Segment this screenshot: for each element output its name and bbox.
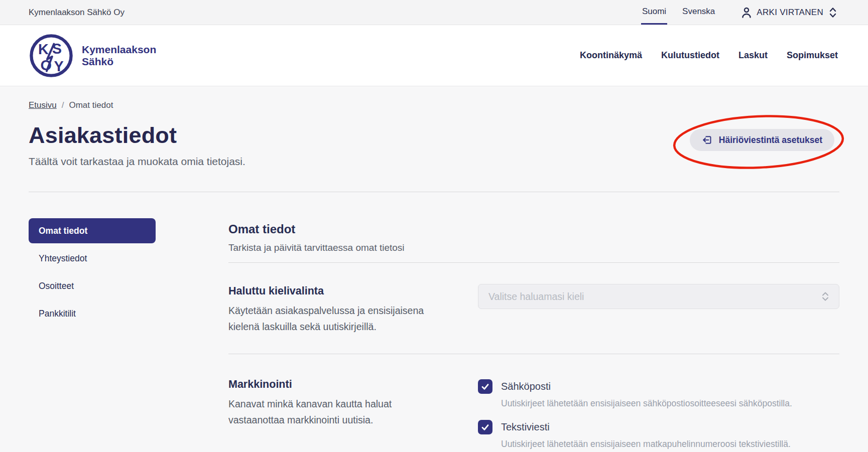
company-name: Kymenlaakson Sähkö Oy: [29, 8, 125, 18]
topbar-right-group: Suomi Svenska ARKI VIRTANEN: [641, 0, 838, 25]
email-option-label: Sähköposti: [501, 381, 551, 392]
sms-option-label: Tekstiviesti: [501, 421, 550, 433]
section-subheading: Tarkista ja päivitä tarvittaessa omat ti…: [228, 242, 839, 253]
settings-sidebar: Omat tiedot Yhteystiedot Osoitteet Pankk…: [29, 218, 156, 452]
breadcrumb-home-link[interactable]: Etusivu: [29, 100, 57, 110]
svg-text:Y: Y: [54, 58, 63, 74]
marketing-option-sms: Tekstiviesti Uutiskirjeet lähetetään ens…: [478, 420, 839, 449]
marketing-row-label: Markkinointi Kanavat minkä kanavan kautt…: [228, 378, 478, 452]
language-switch-swedish[interactable]: Svenska: [681, 0, 716, 25]
language-row-title: Haluttu kielivalinta: [228, 285, 478, 297]
language-row-description: Käytetään asiakaspalvelussa ja ensisijai…: [228, 303, 429, 335]
language-switch-finnish[interactable]: Suomi: [641, 0, 667, 25]
unfold-chevrons-icon: [828, 7, 838, 19]
settings-main-panel: Omat tiedot Tarkista ja päivitä tarvitta…: [228, 218, 839, 452]
content-columns: Omat tiedot Yhteystiedot Osoitteet Pankk…: [29, 218, 839, 452]
disruption-settings-button[interactable]: Häiriöviestintä asetukset: [690, 129, 834, 151]
brand-logo[interactable]: K S O Y Kymenlaakson Sähkö: [29, 33, 156, 78]
nav-item-kulutustiedot[interactable]: Kulutustiedot: [661, 50, 719, 61]
box-arrow-in-left-icon: [702, 135, 712, 145]
sidebar-item-osoitteet[interactable]: Osoitteet: [29, 273, 156, 298]
marketing-row-description: Kanavat minkä kanavan kautta haluat vast…: [228, 396, 429, 428]
disruption-settings-label: Häiriöviestintä asetukset: [719, 135, 822, 145]
page-body: Etusivu / Omat tiedot Asiakastiedot Tääl…: [0, 86, 868, 452]
language-select[interactable]: Valitse haluamasi kieli: [478, 284, 839, 309]
site-header: K S O Y Kymenlaakson Sähkö Koontinäkymä …: [0, 25, 868, 86]
svg-text:K: K: [38, 41, 49, 57]
marketing-row: Markkinointi Kanavat minkä kanavan kautt…: [228, 354, 839, 452]
sidebar-item-yhteystiedot[interactable]: Yhteystiedot: [29, 246, 156, 271]
language-row-label: Haluttu kielivalinta Käytetään asiakaspa…: [228, 285, 478, 335]
marketing-option-email: Sähköposti Uutiskirjeet lähetetään ensis…: [478, 379, 839, 409]
marketing-row-title: Markkinointi: [228, 378, 478, 391]
user-name: ARKI VIRTANEN: [757, 8, 823, 18]
checkmark-icon: [480, 382, 490, 391]
sidebar-item-omat-tiedot[interactable]: Omat tiedot: [29, 218, 156, 243]
language-select-placeholder: Valitse haluamasi kieli: [488, 291, 584, 303]
select-chevrons-icon: [821, 291, 830, 302]
language-preference-row: Haluttu kielivalinta Käytetään asiakaspa…: [228, 263, 839, 354]
breadcrumb-separator: /: [62, 100, 64, 110]
email-option-description: Uutiskirjeet lähetetään ensisijaiseen sä…: [501, 398, 839, 409]
ksoy-logo-icon: K S O Y: [29, 33, 74, 78]
breadcrumb-current: Omat tiedot: [69, 100, 113, 110]
marketing-options: Sähköposti Uutiskirjeet lähetetään ensis…: [478, 378, 839, 452]
nav-item-laskut[interactable]: Laskut: [738, 50, 768, 61]
sms-checkbox[interactable]: [478, 420, 492, 434]
nav-item-sopimukset[interactable]: Sopimukset: [787, 50, 838, 61]
section-heading: Omat tiedot: [228, 222, 839, 236]
nav-item-koontinakyma[interactable]: Koontinäkymä: [580, 50, 642, 61]
person-icon: [741, 7, 752, 19]
page-subtitle: Täältä voit tarkastaa ja muokata omia ti…: [29, 156, 839, 168]
svg-text:S: S: [52, 40, 62, 56]
email-checkbox[interactable]: [478, 379, 492, 394]
checkmark-icon: [480, 422, 490, 432]
sidebar-item-pankkitilit[interactable]: Pankkitilit: [29, 301, 156, 326]
section-divider: [29, 192, 839, 192]
user-menu[interactable]: ARKI VIRTANEN: [741, 0, 838, 25]
main-nav: Koontinäkymä Kulutustiedot Laskut Sopimu…: [580, 50, 838, 61]
breadcrumb: Etusivu / Omat tiedot: [29, 100, 839, 110]
brand-wordmark: Kymenlaakson Sähkö: [82, 44, 156, 68]
top-utility-bar: Kymenlaakson Sähkö Oy Suomi Svenska ARKI…: [0, 0, 868, 25]
sms-option-description: Uutiskirjeet lähetetään ensisijaiseen ma…: [501, 439, 839, 449]
